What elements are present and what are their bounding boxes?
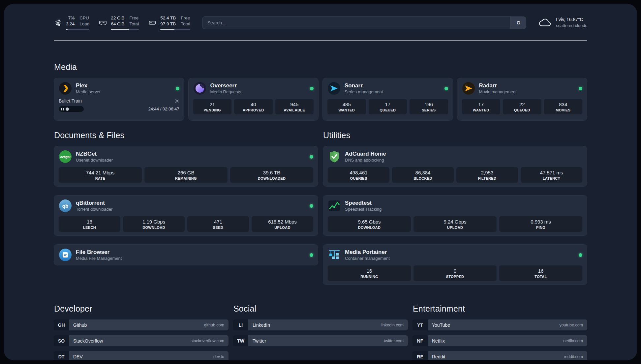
bookmark-abbr: YT [412,319,428,330]
stat-label: LATENCY [522,176,581,180]
memory-progress-bar [111,29,139,30]
bookmark-name: Netflix [432,338,445,344]
section-title-utilities: Utilities [323,131,587,140]
memory-widget: 22 GiB 64 GiB Free Total [99,15,139,30]
bookmark-dev[interactable]: DT DEV dev.to [54,351,229,360]
stat-label: QUERIES [329,176,388,180]
stat-label: REMAINING [146,176,226,180]
stat-box: 39.6 TB DOWNLOADED [230,167,313,183]
stat-value: 16 [60,219,119,225]
stat-box: 9.24 Gbps UPLOAD [413,216,497,232]
bookmark-abbr: DT [54,351,69,360]
search-provider-button[interactable]: G [510,17,526,29]
stat-value: 744.21 Mbps [60,170,140,175]
playback-progress-bar[interactable] [59,106,84,112]
svg-text:nzbget: nzbget [60,155,71,159]
stat-box: 9.65 Gbps DOWNLOAD [328,216,411,232]
cpu-load-label: Load [79,21,89,27]
bookmark-abbr: SO [54,335,69,346]
cpu-icon [54,18,62,27]
service-card-portainer[interactable]: Media Portainer Container management 16 … [323,244,587,285]
stat-box: 471 SEED [187,216,249,232]
bookmark-url: twitter.com [384,339,404,343]
disk-free-label: Free [181,15,190,21]
stat-box: 40 APPROVED [234,99,273,114]
cpu-load-value: 3.24 [66,21,75,27]
service-card-speedtest[interactable]: Speedtest Speedtest Tracking 9.65 Gbps D… [323,195,587,236]
bookmark-stackoverflow[interactable]: SO StackOverflow stackoverflow.com [54,335,229,346]
stat-value: 485 [329,102,365,107]
service-card-adguard[interactable]: AdGuard Home DNS and adblocking 498,461 … [323,146,587,187]
stat-label: STOPPED [415,275,495,279]
stat-label: AVAILABLE [277,108,313,112]
bookmark-url: netflix.com [563,339,583,343]
stat-box: 618.52 Mbps UPLOAD [252,216,313,232]
service-desc: Media File Management [76,256,122,261]
stat-box: 485 WANTED [327,99,366,114]
memory-total-value: 64 GiB [111,21,124,27]
stat-value: 16 [501,268,581,274]
service-card-radarr[interactable]: Radarr Movie management 17 WANTED 22 QUE… [457,78,588,121]
bookmark-reddit[interactable]: RE Reddit reddit.com [412,351,587,360]
bookmark-name: Reddit [432,354,445,359]
stat-box: 0 STOPPED [413,265,497,281]
cpu-usage-value: 7% [66,15,75,21]
bookmark-youtube[interactable]: YT YouTube youtube.com [412,319,587,330]
adguard-icon [328,150,341,163]
playback-track [66,107,81,111]
stat-box: 17 QUEUED [369,99,407,114]
stat-box: 16 LEECH [59,216,120,232]
section-title-documents: Documents & Files [54,131,318,140]
stat-box: 2,953 FILTERED [456,167,518,183]
bookmark-name: StackOverflow [73,338,103,344]
service-card-overseerr[interactable]: Overseerr Media Requests 21 PENDING 40 A… [188,78,319,121]
bookmark-github[interactable]: GH Github github.com [54,319,229,330]
stat-label: PENDING [195,108,230,112]
stat-value: 17 [370,102,406,107]
stat-label: UPLOAD [415,226,495,229]
overseerr-icon [193,82,206,95]
bookmark-abbr: GH [54,319,69,330]
bookmark-twitter[interactable]: TW Twitter twitter.com [233,335,408,346]
memory-total-label: Total [130,21,139,27]
service-desc: Series management [345,89,383,95]
service-card-filebrowser[interactable]: File Browser Media File Management [54,244,318,265]
service-name: Speedtest [345,199,382,206]
plex-icon [59,82,72,95]
stat-box: 47.571 ms LATENCY [521,167,582,183]
stat-value: 39.6 TB [231,170,312,175]
bookmark-name: Github [73,322,87,328]
bookmark-abbr: NF [412,335,428,346]
bookmark-group-entertainment: Entertainment YT YouTube youtube.com NF … [412,304,587,360]
weather-condition: scattered clouds [556,23,587,29]
gear-icon[interactable] [174,99,179,104]
memory-free-label: Free [130,15,139,21]
search-bar[interactable]: G [202,16,527,29]
bookmark-url: github.com [204,323,224,327]
stat-value: 9.65 Gbps [329,219,410,225]
stat-box: 86,384 BLOCKED [392,167,454,183]
bookmark-url: stackoverflow.com [191,339,224,343]
service-card-sonarr[interactable]: Sonarr Series management 485 WANTED 17 Q… [322,78,453,121]
disk-free-value: 52.4 TB [160,15,176,21]
search-input[interactable] [202,17,511,29]
service-name: File Browser [76,249,122,256]
service-card-nzbget[interactable]: nzbget NZBGet Usenet downloader 744.21 M… [54,146,318,187]
status-dot [310,204,313,208]
stat-label: SEED [189,226,248,229]
service-name: Radarr [479,82,517,89]
stat-box: 16 RUNNING [328,265,411,281]
bookmark-netflix[interactable]: NF Netflix netflix.com [412,335,587,346]
memory-icon [99,18,107,27]
service-card-plex[interactable]: Plex Media server Bullet Train [54,78,184,121]
section-utilities: Utilities AdGuard Ho [323,131,587,285]
service-card-qbittorrent[interactable]: qb qBittorrent Torrent downloader 16 [54,195,318,236]
stat-label: MOVIES [545,108,581,112]
stat-label: FILTERED [458,176,517,180]
status-dot [310,87,314,90]
filebrowser-icon [59,248,72,261]
bookmark-linkedin[interactable]: LI LinkedIn linkedin.com [233,319,408,330]
speedtest-icon [328,199,341,212]
status-dot [176,87,179,90]
disk-icon [148,18,157,27]
